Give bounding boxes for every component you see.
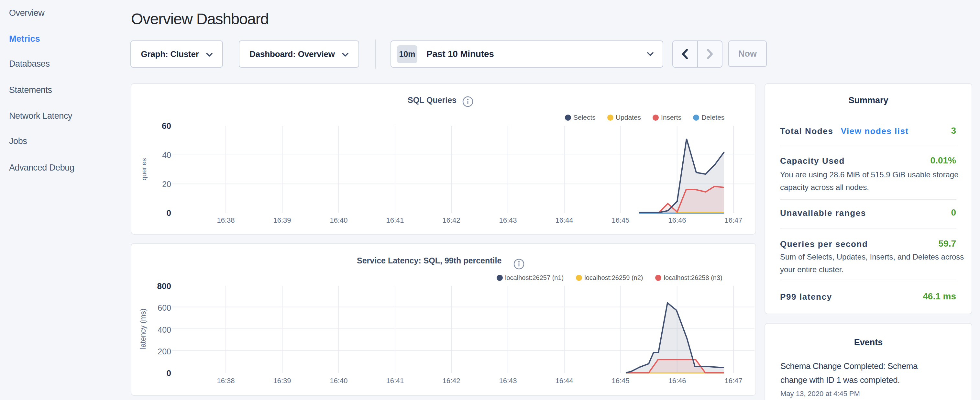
svg-text:200: 200 <box>158 347 171 356</box>
svg-text:16:38: 16:38 <box>217 216 235 224</box>
svg-text:16:44: 16:44 <box>555 377 573 385</box>
svg-text:16:40: 16:40 <box>330 216 347 224</box>
svg-text:16:40: 16:40 <box>330 377 347 385</box>
svg-text:16:46: 16:46 <box>668 216 686 224</box>
svg-text:16:47: 16:47 <box>724 216 742 224</box>
svg-text:latency (ms): latency (ms) <box>139 308 147 349</box>
svg-text:16:45: 16:45 <box>611 377 629 385</box>
svg-text:600: 600 <box>158 303 171 312</box>
svg-text:400: 400 <box>158 325 171 334</box>
svg-text:queries: queries <box>140 158 148 180</box>
svg-text:800: 800 <box>157 281 171 291</box>
svg-text:16:42: 16:42 <box>442 377 460 385</box>
svg-text:16:43: 16:43 <box>499 216 517 224</box>
svg-text:60: 60 <box>162 121 171 131</box>
svg-text:16:45: 16:45 <box>611 216 629 224</box>
svg-text:16:39: 16:39 <box>273 216 291 224</box>
svg-text:40: 40 <box>162 150 171 159</box>
svg-text:16:41: 16:41 <box>386 216 404 224</box>
svg-text:16:41: 16:41 <box>386 377 404 385</box>
svg-text:16:43: 16:43 <box>499 377 517 385</box>
svg-text:16:39: 16:39 <box>273 377 291 385</box>
svg-text:16:38: 16:38 <box>217 377 235 385</box>
svg-text:16:47: 16:47 <box>724 377 742 385</box>
svg-text:16:42: 16:42 <box>442 216 460 224</box>
svg-text:0: 0 <box>167 208 171 218</box>
svg-text:16:44: 16:44 <box>555 216 573 224</box>
svg-text:16:46: 16:46 <box>668 377 686 385</box>
svg-text:20: 20 <box>162 180 171 189</box>
svg-text:0: 0 <box>167 368 171 378</box>
